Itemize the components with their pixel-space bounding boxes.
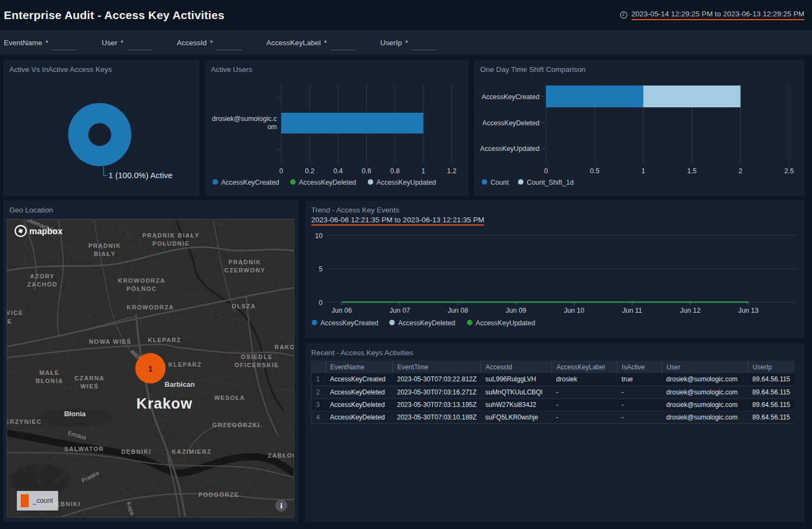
svg-text:drosiek@sumologic.c: drosiek@sumologic.c	[212, 115, 277, 123]
map-label: OLSZA	[232, 303, 256, 309]
column-header[interactable]: EventTime	[393, 361, 481, 373]
time-range-text[interactable]: 2023-05-14 12:29:25 PM to 2023-06-13 12:…	[632, 10, 804, 20]
stacked-bar-Count[interactable]	[546, 86, 643, 107]
map-label: DĘBNIKI	[121, 448, 151, 455]
table-cell: AccessKeyDeleted	[326, 398, 393, 411]
svg-text:0.2: 0.2	[305, 167, 314, 175]
map-label: PÓŁNOC	[126, 285, 157, 292]
table-cell: 89.64.56.115	[748, 411, 795, 423]
panel-title: Recent - Access Keys Activities	[311, 349, 414, 357]
table-cell: 4	[312, 411, 326, 423]
column-header[interactable]	[312, 361, 326, 373]
required-asterisk: *	[46, 39, 49, 47]
map-canvas[interactable]: StelmachówPRĄDNIK BIAŁYPOŁUDNIEPRĄDNIKBI…	[7, 220, 294, 517]
page-title: Enterprise Audit - Access Key Activities	[4, 9, 225, 22]
filter-eventname-input[interactable]	[52, 41, 77, 50]
time-shift-bar-chart[interactable]: 00.511.522.5AccessKeyCreatedAccessKeyDel…	[474, 60, 805, 196]
svg-text:0.4: 0.4	[334, 167, 343, 175]
map-label: SALWATOR	[64, 446, 104, 452]
svg-text:Jun 07: Jun 07	[390, 307, 410, 314]
map-info-icon[interactable]: i	[275, 500, 287, 512]
svg-text:mapbox: mapbox	[29, 227, 63, 236]
filter-label: EventName	[4, 39, 43, 47]
table-cell: 3	[312, 398, 326, 411]
table-cell: -	[552, 386, 617, 398]
svg-text:AccessKeyDeleted: AccessKeyDeleted	[299, 179, 356, 186]
legend-dot	[213, 179, 218, 185]
map-label: BIAŁY	[94, 251, 116, 257]
svg-text:2: 2	[738, 167, 742, 175]
map-label: MAŁE	[39, 369, 59, 376]
table-row[interactable]: 2AccessKeyDeleted2023-05-30T07:03:16.271…	[312, 386, 795, 398]
table-cell: 2023-05-30T07:03:22.812Z	[393, 373, 481, 386]
stacked-bar-Count_Shift_1d[interactable]	[643, 86, 740, 107]
table-row[interactable]: 1AccessKeyCreated2023-05-30T07:03:22.812…	[312, 373, 795, 386]
map-label: KAZIMIERZ	[172, 448, 211, 455]
filter-accesskeylabel-input[interactable]	[330, 41, 355, 50]
table-cell: drosiek@sumologic.com	[662, 373, 748, 386]
map-label: WESOŁA	[214, 394, 245, 401]
column-header[interactable]: AccessId	[481, 361, 552, 373]
dashboard-body: Active Vs InActive Access Keys 1 (100.0%…	[0, 55, 812, 529]
table-cell: suFQ5LKR0wshje	[481, 411, 552, 423]
table-row[interactable]: 4AccessKeyDeleted2023-05-30T07:03:10.189…	[312, 411, 795, 423]
svg-text:Jun 06: Jun 06	[331, 307, 352, 314]
panel-trend: Trend - Access Key Events 2023-06-06 12:…	[305, 200, 805, 338]
filter-label: User	[102, 39, 118, 47]
filter-user-input[interactable]	[127, 41, 152, 50]
filter-accessid-input[interactable]	[216, 41, 241, 50]
filter-accesskeylabel: AccessKeyLabel *	[266, 38, 355, 47]
svg-text:Jun 09: Jun 09	[506, 307, 526, 314]
geo-map[interactable]: StelmachówPRĄDNIK BIAŁYPOŁUDNIEPRĄDNIKBI…	[7, 219, 294, 518]
panel-geo-location: Geo Location StelmachówPRĄDNIK BIAŁYPOŁU…	[3, 200, 299, 522]
svg-text:_count: _count	[32, 497, 53, 504]
table-cell: drosiek@sumologic.com	[662, 411, 748, 423]
filter-label: UserIp	[380, 39, 402, 47]
map-cluster-marker[interactable]: 1	[135, 353, 166, 384]
time-range-control[interactable]: 2023-05-14 12:29:25 PM to 2023-06-13 12:…	[620, 10, 804, 20]
filter-label: AccessId	[177, 39, 207, 47]
panel-active-vs-inactive: Active Vs InActive Access Keys 1 (100.0%…	[3, 60, 199, 196]
table-cell: 2023-05-30T07:03:10.189Z	[393, 411, 481, 423]
filter-userip-input[interactable]	[411, 41, 437, 50]
donut-slice-active[interactable]	[78, 113, 122, 156]
svg-text:AccessKeyUpdated: AccessKeyUpdated	[480, 145, 540, 153]
map-label: NOWA WIEŚ	[89, 338, 131, 345]
map-label: KROWODRZA	[118, 277, 166, 284]
map-label: VICE	[7, 309, 23, 316]
table-cell: suhW27Ksi834J2	[481, 398, 552, 411]
panel-title: One Day Time Shift Comparison	[480, 65, 586, 74]
map-label: CZARNA	[75, 375, 105, 381]
column-header[interactable]: AccessKeyLabel	[552, 361, 617, 373]
table-cell: -	[552, 398, 617, 411]
map-label: KROWODRZA	[127, 304, 174, 311]
table-cell: 1	[312, 373, 326, 386]
svg-text:Jun 12: Jun 12	[680, 307, 701, 314]
legend-dot	[389, 320, 395, 325]
panel-title: Trend - Access Key Events	[311, 206, 399, 214]
column-header[interactable]: User	[662, 361, 748, 373]
table-cell: drosiek@sumologic.com	[662, 386, 748, 398]
column-header[interactable]: EventName	[326, 361, 393, 373]
svg-text:Jun 10: Jun 10	[564, 307, 585, 314]
donut-chart[interactable]: 1 (100.0%) Active	[3, 60, 199, 196]
table-cell: 89.64.56.115	[748, 373, 795, 386]
legend-dot	[482, 179, 487, 185]
svg-text:1 (100.0%) Active: 1 (100.0%) Active	[108, 171, 173, 180]
table-row[interactable]: 3AccessKeyDeleted2023-05-30T07:03:13.195…	[312, 398, 795, 411]
active-users-bar-chart[interactable]: 00.20.40.60.811.2drosiek@sumologic.comAc…	[205, 60, 469, 196]
svg-text:5: 5	[319, 265, 323, 273]
required-asterisk: *	[324, 39, 326, 47]
bar-accesskeycreated[interactable]	[281, 113, 423, 133]
filter-label: AccessKeyLabel	[266, 39, 321, 47]
svg-text:Count_Shift_1d: Count_Shift_1d	[527, 179, 574, 186]
svg-text:10: 10	[315, 232, 323, 240]
filter-userip: UserIp *	[380, 38, 437, 47]
column-header[interactable]: UserIp	[748, 361, 795, 373]
table-cell: -	[617, 398, 662, 411]
table-cell: drosiek	[552, 373, 617, 386]
map-label: POŁUDNIE	[153, 240, 190, 247]
svg-text:AccessKeyDeleted: AccessKeyDeleted	[398, 319, 455, 327]
column-header[interactable]: IsActive	[617, 361, 662, 373]
trend-time-range[interactable]: 2023-06-06 12:21:35 PM to 2023-06-13 12:…	[311, 216, 484, 226]
